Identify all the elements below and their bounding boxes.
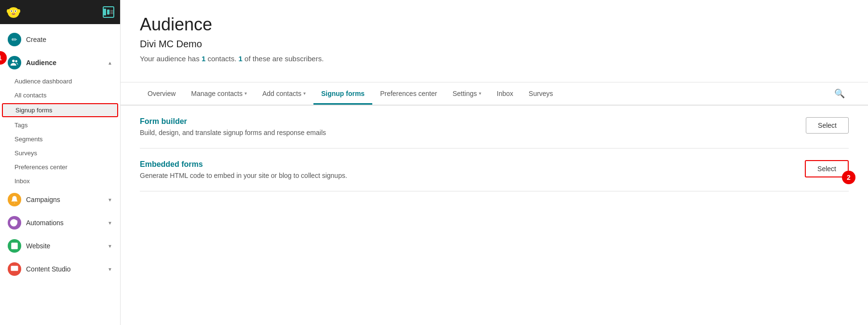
sidebar-item-content-studio[interactable]: Content Studio ▼	[0, 257, 120, 281]
stats-prefix: Your audience has	[140, 54, 202, 63]
svg-rect-10	[110, 12, 113, 12]
stats-count2: 1	[239, 54, 243, 63]
audience-icon	[8, 56, 21, 69]
embedded-forms-info: Embedded forms Generate HTML code to emb…	[140, 160, 795, 179]
content-studio-icon	[8, 262, 21, 276]
sidebar: ✏ Create 1 Audience ▲ Audience dash	[0, 0, 121, 325]
svg-point-4	[15, 11, 16, 12]
stats-count1: 1	[202, 54, 205, 63]
sidebar-item-website[interactable]: Website ▼	[0, 234, 120, 257]
sidebar-item-create[interactable]: ✏ Create	[0, 28, 120, 51]
page-title: Audience	[140, 14, 849, 35]
audience-name: Divi MC Demo	[140, 39, 849, 50]
tab-preferences-center[interactable]: Preferences center	[372, 84, 445, 105]
svg-rect-8	[107, 10, 109, 14]
sidebar-toggle-icon[interactable]	[103, 6, 114, 18]
svg-point-6	[7, 9, 10, 13]
automations-icon	[8, 216, 21, 230]
embedded-forms-item: Embedded forms Generate HTML code to emb…	[140, 149, 849, 191]
tab-add-contacts[interactable]: Add contacts ▾	[255, 84, 313, 105]
sidebar-item-content-studio-label: Content Studio	[26, 265, 71, 273]
svg-rect-11	[110, 14, 113, 14]
audience-stats: Your audience has 1 contacts. 1 of these…	[140, 54, 849, 63]
settings-chevron: ▾	[479, 91, 481, 96]
tab-signup-forms[interactable]: Signup forms	[313, 84, 372, 105]
form-builder-description: Build, design, and translate signup form…	[140, 129, 796, 136]
form-builder-title[interactable]: Form builder	[140, 117, 796, 126]
sidebar-subitem-audience-dashboard[interactable]: Audience dashboard	[0, 74, 120, 88]
sidebar-item-website-label: Website	[26, 242, 50, 250]
automations-chevron: ▼	[108, 220, 112, 226]
create-icon: ✏	[8, 33, 21, 46]
sidebar-subitem-all-contacts[interactable]: All contacts	[0, 88, 120, 102]
stats-middle: contacts.	[205, 54, 238, 63]
campaigns-icon	[8, 193, 21, 206]
search-icon[interactable]: 🔍	[830, 82, 849, 105]
main-header: Audience Divi MC Demo Your audience has …	[121, 0, 868, 82]
embedded-forms-description: Generate HTML code to embed in your site…	[140, 172, 795, 179]
form-builder-select-button[interactable]: Select	[806, 117, 849, 134]
svg-point-7	[17, 9, 20, 13]
tab-overview[interactable]: Overview	[140, 84, 183, 105]
sidebar-item-create-label: Create	[26, 36, 46, 43]
manage-contacts-chevron: ▾	[244, 91, 247, 96]
tab-settings[interactable]: Settings ▾	[445, 84, 489, 105]
step-2-badge: 2	[842, 171, 855, 184]
form-builder-info: Form builder Build, design, and translat…	[140, 117, 796, 136]
sidebar-subitem-tags[interactable]: Tags	[0, 118, 120, 132]
tab-surveys[interactable]: Surveys	[521, 84, 561, 105]
form-builder-item: Form builder Build, design, and translat…	[140, 106, 849, 149]
sidebar-item-audience-label: Audience	[26, 59, 56, 67]
sidebar-item-audience[interactable]: Audience ▲	[0, 51, 120, 74]
svg-rect-16	[11, 266, 18, 271]
content-area: Form builder Build, design, and translat…	[121, 106, 868, 325]
campaigns-chevron: ▼	[108, 197, 112, 203]
svg-point-0	[8, 7, 19, 18]
main-content: Audience Divi MC Demo Your audience has …	[121, 0, 868, 325]
website-icon	[8, 239, 21, 253]
sidebar-nav: ✏ Create 1 Audience ▲ Audience dash	[0, 24, 120, 284]
sidebar-item-automations[interactable]: Automations ▼	[0, 211, 120, 234]
tab-navigation: Overview Manage contacts ▾ Add contacts …	[121, 82, 868, 106]
content-studio-chevron: ▼	[108, 267, 112, 272]
svg-point-3	[11, 11, 12, 12]
svg-rect-15	[11, 243, 18, 249]
mailchimp-logo	[6, 4, 21, 20]
audience-chevron: ▲	[108, 60, 112, 66]
sidebar-item-campaigns-label: Campaigns	[26, 196, 60, 203]
add-contacts-chevron: ▾	[303, 91, 306, 96]
sidebar-top-bar	[0, 0, 120, 24]
stats-suffix: of these are subscribers.	[243, 54, 324, 63]
sidebar-subitem-preferences-center[interactable]: Preferences center	[0, 160, 120, 174]
tab-inbox[interactable]: Inbox	[489, 84, 521, 105]
sidebar-item-campaigns[interactable]: Campaigns ▼	[0, 188, 120, 211]
sidebar-subitem-surveys[interactable]: Surveys	[0, 146, 120, 160]
sidebar-subitem-signup-forms[interactable]: Signup forms	[2, 103, 118, 117]
svg-rect-9	[110, 10, 113, 11]
sidebar-item-automations-label: Automations	[26, 219, 64, 227]
embedded-forms-title[interactable]: Embedded forms	[140, 160, 795, 169]
svg-point-13	[15, 60, 18, 63]
tab-manage-contacts[interactable]: Manage contacts ▾	[183, 84, 255, 105]
sidebar-subitem-segments[interactable]: Segments	[0, 132, 120, 146]
svg-point-12	[12, 60, 14, 62]
sidebar-subitem-inbox[interactable]: Inbox	[0, 174, 120, 188]
website-chevron: ▼	[108, 244, 112, 249]
